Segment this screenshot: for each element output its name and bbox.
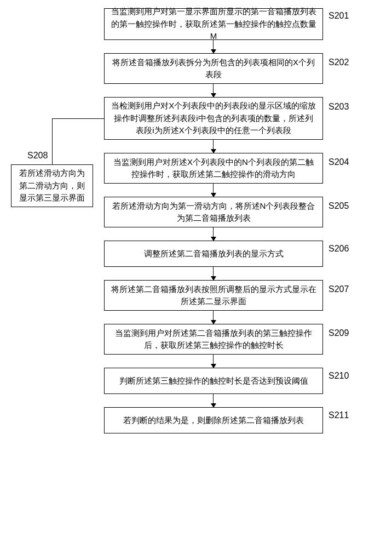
step-text: 若所述滑动方向为第二滑动方向，则显示第三显示界面 [17, 167, 87, 204]
step-label-s204: S204 [328, 157, 349, 167]
step-s205: 若所述滑动方向为第一滑动方向，将所述N个列表段整合为第二音箱播放列表 [104, 197, 323, 227]
step-text: 当监测到用户对第一显示界面所显示的第一音箱播放列表的第一触控操作时，获取所述第一… [110, 5, 317, 43]
step-s209: 当监测到用户对所述第二音箱播放列表的第三触控操作后，获取所述第三触控操作的触控时… [104, 324, 323, 355]
step-s204: 当监测到用户对所述X个列表段中的N个列表段的第二触控操作时，获取所述第二触控操作… [104, 153, 323, 184]
arrow [213, 140, 214, 153]
arrow [213, 84, 214, 97]
step-label-s206: S206 [328, 244, 349, 254]
arrow [213, 227, 214, 241]
arrow [213, 394, 214, 407]
step-label-s211: S211 [328, 410, 349, 420]
step-label-s208: S208 [27, 151, 48, 161]
step-text: 若所述滑动方向为第一滑动方向，将所述N个列表段整合为第二音箱播放列表 [110, 200, 317, 225]
step-text: 当监测到用户对所述第二音箱播放列表的第三触控操作后，获取所述第三触控操作的触控时… [110, 327, 317, 352]
step-text: 当监测到用户对所述X个列表段中的N个列表段的第二触控操作时，获取所述第二触控操作… [110, 156, 317, 181]
step-text: 调整所述第二音箱播放列表的显示方式 [144, 248, 284, 260]
step-s201: 当监测到用户对第一显示界面所显示的第一音箱播放列表的第一触控操作时，获取所述第一… [104, 8, 323, 40]
arrow [213, 355, 214, 368]
arrow [213, 267, 214, 280]
step-label-s207: S207 [328, 284, 349, 294]
step-s206: 调整所述第二音箱播放列表的显示方式 [104, 241, 323, 267]
step-label-s205: S205 [328, 201, 349, 211]
step-label-s210: S210 [328, 371, 349, 381]
step-label-s201: S201 [328, 11, 349, 21]
step-s211: 若判断的结果为是，则删除所述第二音箱播放列表 [104, 407, 323, 433]
step-text: 若判断的结果为是，则删除所述第二音箱播放列表 [123, 414, 304, 427]
step-s208: 若所述滑动方向为第二滑动方向，则显示第三显示界面 [11, 164, 93, 207]
step-text: 判断所述第三触控操作的触控时长是否达到预设阈值 [119, 375, 308, 387]
connector [52, 118, 104, 119]
step-s203: 当检测到用户对X个列表段中的列表段i的显示区域的缩放操作时调整所述列表段i中包含… [104, 97, 323, 140]
step-label-s203: S203 [328, 102, 349, 112]
step-s202: 将所述音箱播放列表拆分为所包含的列表项相同的X个列表段 [104, 53, 323, 84]
flowchart-container: 当监测到用户对第一显示界面所显示的第一音箱播放列表的第一触控操作时，获取所述第一… [0, 0, 392, 548]
step-label-s202: S202 [328, 58, 349, 67]
connector [52, 118, 53, 164]
arrow [213, 311, 214, 324]
arrow [213, 184, 214, 197]
step-text: 将所述第二音箱播放列表按照所调整后的显示方式显示在所述第二显示界面 [110, 283, 317, 308]
arrow [213, 40, 214, 53]
step-text: 将所述音箱播放列表拆分为所包含的列表项相同的X个列表段 [110, 56, 317, 81]
step-text: 当检测到用户对X个列表段中的列表段i的显示区域的缩放操作时调整所述列表段i中包含… [110, 100, 317, 137]
step-s207: 将所述第二音箱播放列表按照所调整后的显示方式显示在所述第二显示界面 [104, 280, 323, 311]
step-s210: 判断所述第三触控操作的触控时长是否达到预设阈值 [104, 368, 323, 394]
step-label-s209: S209 [328, 328, 349, 338]
